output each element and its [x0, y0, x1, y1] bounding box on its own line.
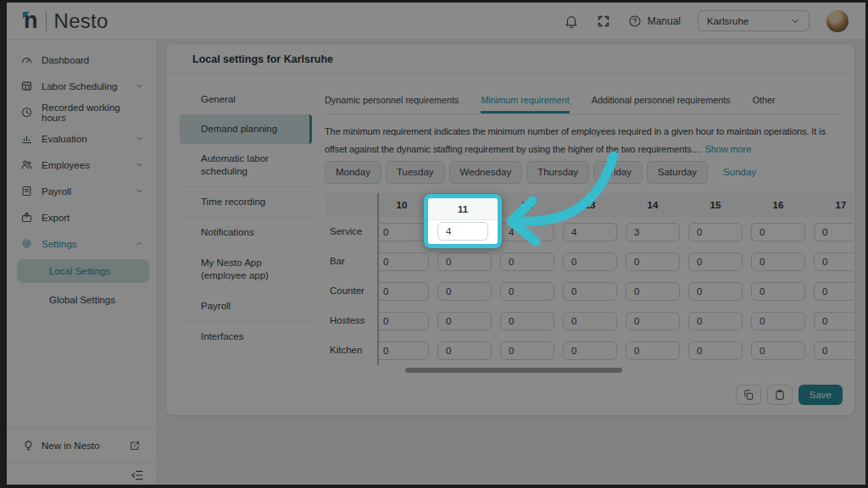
highlighted-cell: 11 4	[424, 194, 502, 248]
screenshot-frame: n Nesto Manual Karlsruhe	[0, 0, 868, 488]
app-window: n Nesto Manual Karlsruhe	[7, 3, 865, 485]
highlighted-column-header: 11	[428, 198, 498, 220]
highlighted-input[interactable]: 4	[437, 222, 488, 241]
